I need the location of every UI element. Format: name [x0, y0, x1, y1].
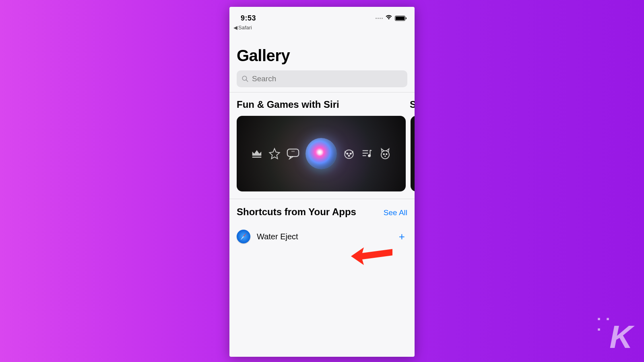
search-icon [242, 75, 249, 82]
shortcut-row[interactable]: Water Eject + [237, 228, 407, 245]
page-title: Gallery [237, 47, 407, 65]
star-icon [268, 148, 281, 160]
cellular-signal-icon [376, 18, 383, 19]
battery-icon [395, 16, 407, 21]
status-icons [376, 14, 407, 22]
svg-point-12 [381, 151, 389, 159]
svg-point-13 [383, 154, 384, 155]
shortcut-label: Water Eject [257, 232, 390, 241]
watermark-logo: ▪ ▪▪ K [609, 319, 630, 356]
svg-point-5 [347, 153, 348, 154]
svg-line-1 [246, 80, 248, 82]
svg-point-4 [345, 150, 353, 158]
carousel-title: Fun & Games with Siri [237, 99, 339, 110]
safari-icon [237, 230, 250, 243]
phone-screenshot: 9:53 ◀ Safari Gallery Fun & Games with S… [229, 7, 415, 357]
see-all-link[interactable]: See All [384, 208, 407, 217]
crown-icon [251, 148, 263, 160]
apps-section-title: Shortcuts from Your Apps [237, 206, 356, 218]
wifi-icon [385, 14, 392, 22]
status-bar: 9:53 [229, 7, 415, 25]
siri-orb-icon [305, 138, 337, 169]
svg-point-11 [368, 155, 370, 157]
music-list-icon [361, 148, 373, 160]
carousel-peek-title: S [410, 99, 415, 110]
shortcuts-from-apps-section: Shortcuts from Your Apps See All Water E… [229, 199, 415, 245]
add-shortcut-button[interactable]: + [396, 231, 407, 242]
svg-point-7 [348, 155, 349, 156]
back-to-app-button[interactable]: ◀ Safari [229, 25, 415, 33]
feature-card-peek[interactable] [411, 116, 415, 191]
svg-point-14 [386, 154, 387, 155]
search-bar[interactable] [237, 70, 407, 87]
back-caret-icon: ◀ [233, 25, 237, 31]
svg-text:"": "" [291, 150, 295, 155]
dog-face-icon [343, 147, 355, 160]
featured-carousel-section: Fun & Games with Siri S "" [229, 93, 415, 199]
status-time: 9:53 [241, 14, 256, 23]
back-app-label: Safari [238, 25, 252, 31]
svg-point-6 [350, 153, 351, 154]
cat-face-icon [379, 147, 392, 160]
search-input[interactable] [252, 74, 402, 83]
annotation-arrow-icon [350, 244, 394, 268]
header: Gallery [229, 33, 415, 93]
speech-bubble-icon: "" [286, 148, 300, 160]
carousel-row[interactable]: "" [237, 116, 415, 191]
feature-card-siri-games[interactable]: "" [237, 116, 406, 191]
